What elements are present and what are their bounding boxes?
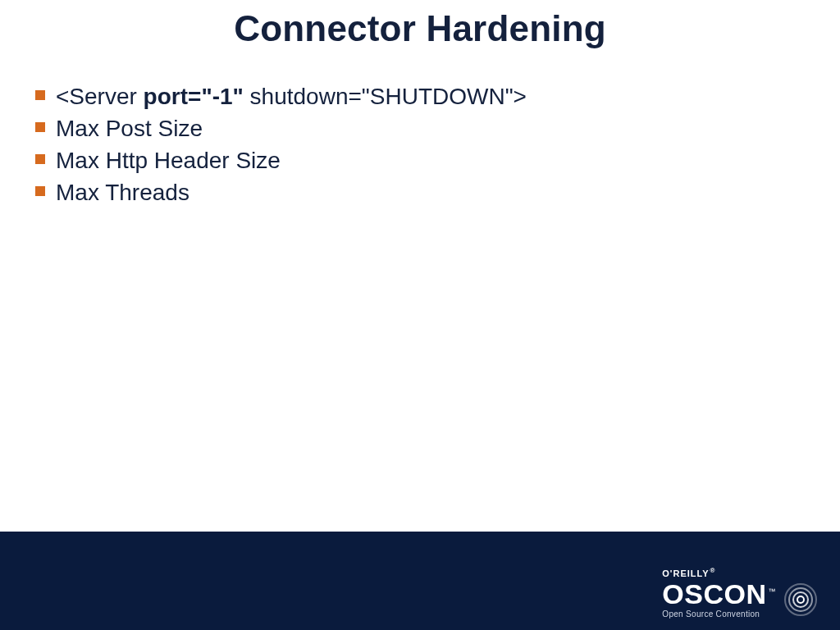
list-item: Max Threads bbox=[33, 176, 807, 208]
logo-brand-top: O'REILLY® bbox=[662, 567, 817, 578]
trademark-icon: ™ bbox=[769, 587, 777, 596]
logo-brand-main: OSCON™ bbox=[662, 580, 776, 608]
bullet-square-icon bbox=[35, 186, 45, 196]
oscon-logo: O'REILLY® OSCON™ Open Source Convention bbox=[662, 567, 817, 619]
logo-main-row: OSCON™ Open Source Convention bbox=[662, 580, 817, 619]
bullet-square-icon bbox=[35, 154, 45, 164]
logo-subtitle: Open Source Convention bbox=[662, 609, 776, 619]
list-item: Max Http Header Size bbox=[33, 144, 807, 176]
bullet-list: <Server port="-1" shutdown="SHUTDOWN"> M… bbox=[33, 80, 807, 208]
registered-icon: ® bbox=[710, 567, 716, 574]
bullet-text-bold: port="-1" bbox=[144, 84, 244, 109]
concentric-rings-icon bbox=[784, 583, 817, 616]
slide: Connector Hardening <Server port="-1" sh… bbox=[0, 0, 840, 630]
logo-text-block: OSCON™ Open Source Convention bbox=[662, 580, 776, 619]
bullet-square-icon bbox=[35, 90, 45, 100]
bullet-text-suffix: shutdown="SHUTDOWN"> bbox=[244, 84, 527, 109]
logo-brand-main-text: OSCON bbox=[662, 578, 766, 609]
bullet-text: Max Post Size bbox=[56, 116, 203, 141]
bullet-text-prefix: <Server bbox=[56, 84, 144, 109]
logo-brand-top-text: O'REILLY bbox=[662, 568, 709, 578]
content-area: <Server port="-1" shutdown="SHUTDOWN"> M… bbox=[33, 80, 807, 208]
bullet-text: Max Http Header Size bbox=[56, 148, 281, 173]
slide-title: Connector Hardening bbox=[0, 8, 840, 49]
footer-bar: O'REILLY® OSCON™ Open Source Convention bbox=[0, 532, 840, 630]
bullet-square-icon bbox=[35, 122, 45, 132]
list-item: Max Post Size bbox=[33, 112, 807, 144]
list-item: <Server port="-1" shutdown="SHUTDOWN"> bbox=[33, 80, 807, 112]
bullet-text: Max Threads bbox=[56, 180, 189, 205]
